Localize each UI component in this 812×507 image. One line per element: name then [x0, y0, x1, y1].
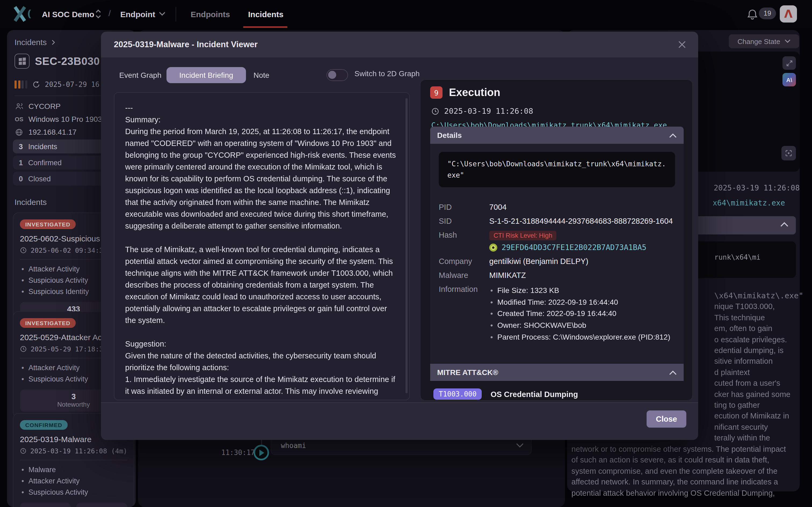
noteworthy-box[interactable] [76, 503, 127, 507]
tab-event-graph[interactable]: Event Graph [119, 67, 161, 83]
change-state-button[interactable]: Change State [729, 34, 799, 48]
play-event-icon[interactable] [253, 445, 269, 460]
info-item: Modified Time: 2022-09-19 16:44:40 [489, 296, 670, 308]
incident-briefing-panel[interactable]: --- Summary: During the period from Marc… [114, 92, 410, 400]
ip-row: 192.168.41.17 [14, 128, 77, 136]
bg-text-line: sitive information [714, 356, 808, 367]
bg-text-line: cker has gained some [714, 389, 808, 400]
focus-center-icon[interactable] [781, 146, 796, 160]
status-badge: CONFIRMED [20, 420, 68, 430]
notification-count-badge[interactable]: 19 [759, 7, 776, 19]
count-label: Incidents [28, 143, 57, 151]
switch-2d-graph-toggle[interactable] [326, 69, 348, 81]
row-label: PID [439, 203, 489, 211]
severity-bars-icon [14, 80, 27, 89]
incident-viewer-modal: 2025-0319-Malware - Incident Viewer Even… [101, 32, 698, 440]
clock-icon [431, 107, 439, 115]
hash-value-link[interactable]: 29EFD64DD3C7FE1E2B022B7AD73A1BA5 [502, 243, 646, 251]
clock-icon [20, 345, 27, 352]
bg-text-line: ecution of Mimikatz in [714, 411, 808, 422]
avatar[interactable]: Λ [780, 5, 797, 22]
details-section-bar[interactable]: Details [430, 127, 683, 144]
chevron-up-icon [669, 133, 677, 137]
bg-text-line: This technique [714, 312, 808, 323]
tenant-switcher-icon[interactable] [95, 9, 102, 19]
expand-icon[interactable] [782, 56, 796, 70]
bg-text-line: em, often to gain [714, 323, 808, 334]
bg-text-line: network or to compromise other systems. … [571, 444, 786, 455]
status-badge: INVESTIGATED [20, 219, 76, 229]
status-badge: INVESTIGATED [20, 318, 76, 328]
bg-analysis-text: \x64\mimikatz\.exe" nique T1003.000, Thi… [714, 290, 808, 443]
bg-text-line: cuted from a user's [714, 378, 808, 389]
windows-icon [14, 54, 30, 69]
row-value: gentilkiwi (Benjamin DELPY) [489, 257, 588, 266]
ai-assistant-icon[interactable]: A\ [782, 73, 796, 87]
row-label: SID [439, 217, 489, 225]
group-name: CYCORP [29, 102, 61, 111]
nav-section-dropdown[interactable]: Endpoint [120, 0, 165, 28]
bg-text-line: potential attack behavior involving OS C… [571, 488, 786, 498]
incident-tag: Malware [20, 464, 127, 475]
noteworthy-box-row [20, 503, 127, 507]
nav-divider [175, 7, 176, 21]
ai-glyph: A\ [786, 76, 792, 83]
bg-event-time: 2025-03-19 11:26:08 [714, 183, 800, 192]
count-value: 1 [19, 159, 23, 167]
count-label: Closed [28, 175, 51, 183]
incident-date: 2025-03-19 11:26:08 (4m) [30, 447, 127, 455]
bg-analysis-text-bottom: network or to compromise other systems. … [571, 444, 786, 498]
info-item: Created Time: 2022-09-19 16:44:40 [489, 308, 670, 320]
detail-row-company: Company gentilkiwi (Benjamin DELPY) [439, 257, 675, 266]
mitre-section-bar[interactable]: MITRE ATT&CK® [430, 364, 683, 381]
details-section-title: Details [437, 131, 462, 139]
row-label: Information [439, 285, 489, 343]
details-section-body: "C:\Users\bob\Downloads\mimikatz_trunk\x… [430, 144, 683, 364]
row-value: 7004 [489, 203, 507, 211]
nav-tab-endpoints[interactable]: Endpoints [191, 0, 230, 28]
incident-list-title: Incidents [14, 198, 47, 207]
nav-tab-incidents[interactable]: Incidents [248, 0, 284, 28]
sync-icon[interactable] [32, 80, 40, 89]
globe-icon [14, 128, 23, 136]
mitre-section-title: MITRE ATT&CK® [437, 368, 498, 377]
scrollbar[interactable] [405, 98, 408, 393]
tab-note[interactable]: Note [253, 67, 269, 83]
event-time: 11:30:17 [221, 449, 255, 457]
mitre-technique-name: OS Credential Dumping [491, 390, 578, 398]
chevron-down-icon [159, 12, 165, 16]
switch-2d-graph-label: Switch to 2D Graph [354, 69, 420, 78]
group-icon [14, 103, 23, 110]
detail-row-sid: SID S-1-5-21-3188494444-2937684683-88872… [439, 217, 675, 225]
chevron-up-icon [669, 370, 677, 375]
command-line-block[interactable]: "C:\Users\bob\Downloads\mimikatz_trunk\x… [439, 152, 675, 187]
event-name: Execution [449, 87, 500, 99]
row-value: S-1-5-21-3188494444-2937684683-888728269… [489, 217, 673, 225]
noteworthy-box[interactable] [20, 503, 71, 507]
breadcrumb-label: Incidents [14, 38, 47, 47]
briefing-suggestion: Suggestion: Given the nature of the dete… [125, 338, 399, 400]
bg-text-line: nificant security [714, 422, 808, 433]
kiwi-icon [489, 243, 497, 251]
bg-text-line: ting to gather [714, 400, 808, 411]
tenant-name[interactable]: AI SOC Demo [42, 0, 94, 28]
tab-incident-briefing[interactable]: Incident Briefing [166, 67, 246, 83]
mitre-technique-row[interactable]: T1003.000 OS Credential Dumping [434, 388, 578, 400]
breadcrumb[interactable]: Incidents [14, 38, 57, 47]
event-detail-card: 9 Execution 2025-03-19 11:26:08 C:\Users… [420, 79, 693, 401]
app-logo-icon[interactable] [12, 6, 33, 22]
bg-text-line: affected network. In summary, the comman… [571, 476, 786, 488]
bg-text-line: nique T1003.000, [714, 301, 808, 312]
close-icon[interactable] [677, 39, 688, 50]
count-value: 0 [19, 175, 23, 183]
count-value: 3 [19, 143, 23, 151]
notifications-bell-icon[interactable] [747, 8, 758, 21]
cti-risk-badge: CTI Risk Level: High [489, 231, 557, 240]
info-item: File Size: 1323 KB [489, 285, 670, 296]
mitre-technique-badge[interactable]: T1003.000 [434, 388, 482, 400]
bg-text-line: \x64\mimikatz\.exe" [714, 290, 808, 301]
bg-event-path[interactable]: x64\mimikatz.exe [713, 199, 785, 207]
chevron-down-icon[interactable] [516, 443, 524, 448]
close-button[interactable]: Close [647, 410, 686, 428]
detail-row-malware: Malware MIMIKATZ [439, 271, 675, 280]
